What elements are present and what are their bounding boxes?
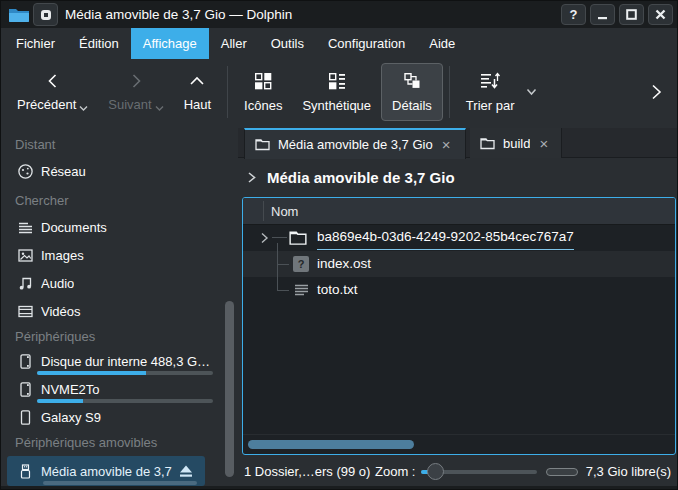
text-file-icon (292, 281, 310, 299)
tab-build[interactable]: build × (470, 128, 562, 158)
menu-fichier[interactable]: Fichier (4, 28, 67, 59)
help-button[interactable]: ? (561, 4, 586, 25)
items-summary: 1 Dossier,…ers (99 o) (244, 455, 370, 488)
dolphin-app-icon (8, 5, 30, 23)
maximize-icon (626, 9, 637, 20)
sidebar-scrollbar[interactable] (225, 301, 234, 477)
compact-view-icon (327, 71, 347, 91)
window-title: Média amovible de 3,7 Gio — Dolphin (65, 1, 292, 28)
file-row[interactable]: ? index.ost (243, 251, 675, 277)
sidebar-item-nvme2to[interactable]: NVME2To (1, 377, 219, 401)
sort-icon (479, 71, 501, 91)
close-button[interactable] (648, 4, 673, 25)
help-icon: ? (570, 7, 578, 22)
menubar: Fichier Édition Affichage Aller Outils C… (1, 28, 677, 59)
file-name[interactable]: index.ost (317, 251, 371, 277)
sidebar-item-videos[interactable]: Vidéos (1, 299, 219, 323)
disk-usage-bar (43, 481, 197, 485)
expand-arrow-icon[interactable] (258, 232, 270, 244)
tab-bar: Média amovible de 3,7 Gio × build × (238, 128, 677, 158)
sidebar-item-reseau[interactable]: Réseau (1, 159, 219, 183)
dolphin-window: Média amovible de 3,7 Gio — Dolphin ? Fi… (0, 0, 678, 490)
details-view-icon (402, 71, 422, 91)
status-bar: 1 Dossier,…ers (99 o) Zoom : 7,3 Gio lib… (238, 455, 677, 488)
breadcrumb-location[interactable]: Média amovible de 3,7 Gio (267, 169, 455, 186)
section-chercher: Chercher (15, 193, 68, 208)
section-peripheriques-amovibles: Périphériques amovibles (15, 435, 157, 450)
column-header-nom[interactable]: Nom (271, 198, 298, 225)
menu-edition[interactable]: Édition (67, 28, 131, 59)
titlebar-app-button[interactable] (33, 3, 58, 26)
chevron-down-icon[interactable] (526, 88, 537, 96)
sidebar-item-audio[interactable]: Audio (1, 271, 219, 295)
icons-view-icon (253, 71, 273, 91)
forward-button[interactable]: Suivant (98, 63, 173, 121)
network-icon (16, 162, 34, 180)
chevron-up-icon (188, 72, 206, 90)
document-icon (16, 218, 34, 236)
image-icon (16, 246, 34, 264)
hard-drive-icon (16, 380, 34, 398)
sidebar-item-disque-dur-interne[interactable]: Disque dur interne 488,3 G… (1, 349, 219, 373)
horizontal-scrollbar[interactable] (248, 440, 414, 449)
zoom-slider[interactable] (421, 455, 537, 488)
tab-close-icon[interactable]: × (441, 137, 452, 152)
minimize-button[interactable] (590, 4, 615, 25)
folder-icon (289, 229, 307, 247)
chevron-down-icon (155, 105, 164, 112)
file-row[interactable]: toto.txt (243, 277, 675, 303)
back-button[interactable]: Précédent (7, 63, 98, 121)
menu-aide[interactable]: Aide (417, 28, 467, 59)
smartphone-icon (16, 408, 34, 426)
chevron-left-icon (44, 72, 62, 90)
sidebar-item-galaxy-s9[interactable]: Galaxy S9 (1, 405, 219, 429)
folder-icon (480, 137, 495, 150)
free-space-label: 7,3 Gio libre(s) (586, 455, 671, 488)
section-peripheriques: Périphériques (15, 329, 95, 344)
close-icon (655, 9, 666, 20)
menu-affichage[interactable]: Affichage (131, 28, 209, 59)
audio-icon (16, 274, 34, 292)
usb-drive-icon (16, 462, 34, 480)
tab-media-amovible[interactable]: Média amovible de 3,7 Gio × (244, 128, 466, 159)
view-header: Nom (243, 198, 675, 225)
file-name[interactable]: toto.txt (317, 277, 358, 303)
window-bottom-edge (1, 486, 677, 489)
menu-configuration[interactable]: Configuration (316, 28, 417, 59)
breadcrumb: Média amovible de 3,7 Gio (246, 165, 455, 189)
chevron-right-icon[interactable] (246, 171, 257, 184)
eject-button[interactable] (177, 463, 195, 479)
tab-close-icon[interactable]: × (538, 136, 549, 151)
toolbar: Précédent Suivant Haut Icônes (1, 59, 677, 125)
sort-by-button[interactable]: Trier par (456, 63, 525, 121)
details-view-button[interactable]: Détails (381, 63, 443, 121)
places-panel: Distant Réseau Chercher Documents Images… (1, 125, 238, 486)
file-name[interactable]: ba869e4b-03d6-4249-9202-85b4cec767a7 (317, 225, 574, 250)
titlebar[interactable]: Média amovible de 3,7 Gio — Dolphin ? (1, 1, 677, 28)
zoom-slider-handle[interactable] (427, 463, 444, 480)
file-row[interactable]: ba869e4b-03d6-4249-9202-85b4cec767a7 (243, 225, 675, 251)
chevron-down-icon (79, 105, 88, 112)
up-button[interactable]: Haut (174, 63, 221, 121)
icons-view-button[interactable]: Icônes (234, 63, 292, 121)
hard-drive-icon (16, 352, 34, 370)
toolbar-overflow-icon[interactable] (649, 83, 663, 101)
chevron-right-icon (127, 72, 145, 90)
menu-outils[interactable]: Outils (259, 28, 316, 59)
free-space-gauge (546, 468, 578, 476)
compact-view-button[interactable]: Synthétique (292, 63, 381, 121)
menu-aller[interactable]: Aller (209, 28, 259, 59)
sidebar-item-documents[interactable]: Documents (1, 215, 219, 239)
disk-usage-bar (37, 399, 213, 403)
toolbar-separator (227, 66, 228, 118)
unknown-file-icon: ? (292, 255, 310, 273)
sidebar-item-images[interactable]: Images (1, 243, 219, 267)
file-view: Nom ba869e4b-03d6-4249-9202-85b4cec767a7… (242, 197, 676, 455)
zoom-label: Zoom : (375, 455, 415, 488)
maximize-button[interactable] (619, 4, 644, 25)
disk-usage-bar (37, 371, 213, 375)
video-icon (16, 302, 34, 320)
section-distant: Distant (15, 137, 55, 152)
column-separator (263, 201, 264, 221)
folder-icon (255, 138, 270, 151)
